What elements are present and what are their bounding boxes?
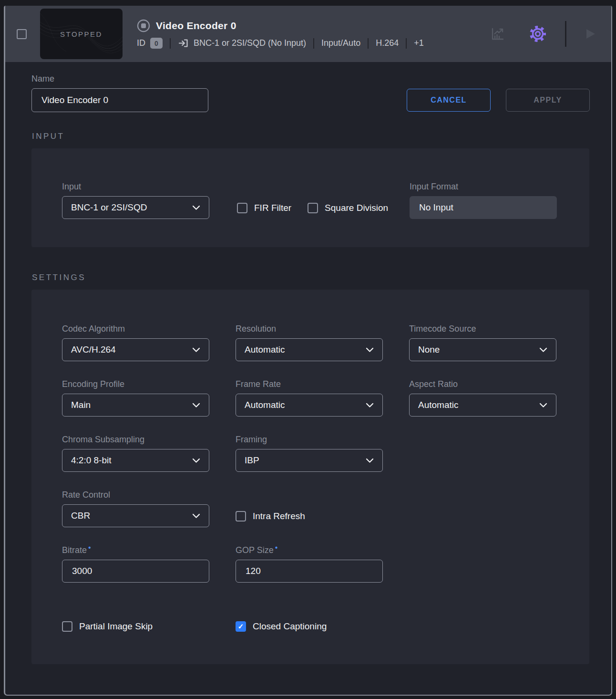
play-icon [583,27,597,41]
input-section-panel: Input BNC-1 or 2SI/SQD FIR Filter Square… [31,148,589,247]
framing-select[interactable]: IBP [236,449,383,472]
status-label: STOPPED [60,30,103,38]
rate-control-value: CBR [71,511,90,521]
meta-input-desc: BNC-1 or 2SI/SQD (No Input) [194,38,306,48]
codec-algorithm-select[interactable]: AVC/H.264 [62,338,209,361]
meta-separator [170,38,171,49]
input-section-title: INPUT [32,132,592,141]
aspect-ratio-select[interactable]: Automatic [409,394,556,417]
meta-codec: H.264 [376,38,399,48]
gop-size-input[interactable] [236,560,383,583]
required-dot-icon: • [275,545,278,550]
input-source-icon [178,38,189,49]
required-dot-icon: • [88,545,91,550]
encoding-profile-field: Encoding Profile Main [62,379,209,417]
rate-control-select[interactable]: CBR [62,504,209,527]
input-format-field: Input Format No Input [410,182,557,247]
chevron-down-icon [539,403,547,408]
closed-captioning-checkbox[interactable]: Closed Captioning [236,621,327,632]
frame-rate-field: Frame Rate Automatic [236,379,383,417]
start-encoder-button[interactable] [581,25,599,43]
timecode-source-select[interactable]: None [409,338,556,361]
chevron-down-icon [192,205,200,210]
intra-refresh-checkbox[interactable]: Intra Refresh [236,511,305,522]
title-block: Video Encoder 0 ID 0 BNC-1 or 2SI/SQD (N… [137,19,424,49]
codec-algorithm-label: Codec Algorithm [62,324,209,334]
preview-thumbnail: STOPPED [40,9,123,59]
metrics-chart-button[interactable] [487,23,509,45]
square-division-checkbox[interactable]: Square Division [308,203,388,213]
timecode-source-field: Timecode Source None [409,324,556,361]
framing-label: Framing [236,435,383,445]
input-format-value: No Input [410,196,557,219]
timecode-source-value: None [418,344,440,355]
checkbox-box[interactable] [62,621,72,632]
encoding-profile-value: Main [71,400,91,410]
meta-separator [313,38,314,49]
checkbox-box[interactable] [236,511,246,522]
checkbox-box[interactable] [237,203,247,213]
chevron-down-icon [366,458,374,463]
chroma-subsampling-value: 4:2:0 8-bit [71,455,112,466]
chevron-down-icon [366,347,374,353]
codec-algorithm-field: Codec Algorithm AVC/H.264 [62,324,209,361]
settings-section-panel: Codec Algorithm AVC/H.264 Resolution Aut… [31,290,589,664]
input-checkboxes: FIR Filter Square Division [237,203,388,213]
chevron-down-icon [366,403,374,408]
meta-more-count[interactable]: +1 [414,38,424,48]
aspect-ratio-field: Aspect Ratio Automatic [409,379,556,417]
partial-image-skip-checkbox[interactable]: Partial Image Skip [62,621,209,632]
encoding-profile-select[interactable]: Main [62,394,209,417]
encoder-card-body: Name CANCEL APPLY INPUT Input BNC-1 or 2… [5,62,611,664]
resolution-field: Resolution Automatic [236,324,383,361]
fir-filter-checkbox[interactable]: FIR Filter [237,203,291,213]
codec-algorithm-value: AVC/H.264 [71,344,116,355]
checkbox-box[interactable] [308,203,318,213]
settings-section-title: SETTINGS [32,273,592,282]
input-select[interactable]: BNC-1 or 2SI/SQD [62,196,209,219]
closed-captioning-label: Closed Captioning [253,621,327,632]
metrics-chart-icon [489,25,507,43]
frame-rate-select[interactable]: Automatic [236,394,383,417]
input-select-value: BNC-1 or 2SI/SQD [71,202,147,213]
frame-rate-label: Frame Rate [236,379,383,389]
chevron-down-icon [192,513,200,519]
input-label: Input [62,182,209,192]
rate-control-field: Rate Control CBR [62,490,209,527]
name-input[interactable] [31,88,208,112]
id-badge: 0 [150,38,163,49]
settings-gear-button[interactable] [525,21,551,47]
encoder-meta-row: ID 0 BNC-1 or 2SI/SQD (No Input) Input/A… [137,38,424,49]
aspect-ratio-value: Automatic [418,400,458,410]
meta-separator [406,38,407,49]
framing-value: IBP [245,455,259,466]
encoding-profile-label: Encoding Profile [62,379,209,389]
resolution-label: Resolution [236,324,383,334]
settings-gear-icon [527,23,549,45]
name-row: Name CANCEL APPLY [31,74,592,112]
gop-size-field: GOP Size• [236,545,383,583]
timecode-source-label: Timecode Source [409,324,556,334]
resolution-value: Automatic [245,344,285,355]
square-division-label: Square Division [325,203,388,213]
stopped-state-icon [137,19,150,32]
select-encoder-checkbox[interactable] [17,29,27,39]
framing-field: Framing IBP [236,435,383,472]
checkbox-box[interactable] [236,621,246,632]
chevron-down-icon [539,347,547,353]
bitrate-label: Bitrate• [62,545,209,555]
chevron-down-icon [192,403,200,408]
partial-image-skip-label: Partial Image Skip [79,621,153,632]
header-actions [487,21,599,47]
meta-separator [368,38,369,49]
chevron-down-icon [192,458,200,463]
cancel-button[interactable]: CANCEL [407,89,491,112]
chevron-down-icon [192,347,200,353]
resolution-select[interactable]: Automatic [236,338,383,361]
encoder-card: STOPPED Video Encoder 0 ID 0 [4,6,612,696]
rate-control-label: Rate Control [62,490,209,500]
bitrate-input[interactable] [62,560,209,583]
encoder-card-header: STOPPED Video Encoder 0 ID 0 [5,6,611,62]
apply-button[interactable]: APPLY [506,89,590,112]
chroma-subsampling-select[interactable]: 4:2:0 8-bit [62,449,209,472]
